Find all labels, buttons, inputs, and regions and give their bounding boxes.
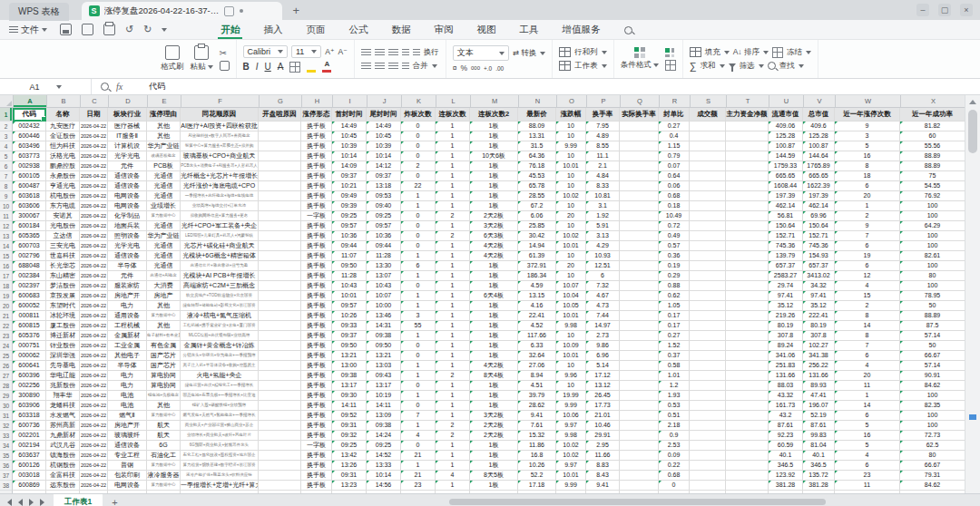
cell-K34[interactable]: 0	[401, 441, 436, 451]
cell-S17[interactable]	[690, 271, 726, 281]
cell-U6[interactable]: 1759.33	[769, 161, 803, 171]
cell-U27[interactable]: 131.66	[769, 371, 803, 381]
cell-H30[interactable]: 换手板	[301, 401, 332, 411]
cell-C25[interactable]: 2026-04-22	[80, 351, 108, 361]
cell-X37[interactable]: 79.31	[900, 471, 965, 481]
cell-K11[interactable]: 0	[401, 211, 436, 221]
horizontal-scroll-thumb[interactable]	[449, 499, 826, 505]
cell-J24[interactable]: 09:50	[367, 341, 401, 351]
cell-G10[interactable]	[259, 201, 301, 211]
cell-L10[interactable]: 1	[436, 201, 470, 211]
cell-X20[interactable]: 50	[900, 301, 965, 311]
justify-icon[interactable]	[402, 63, 409, 70]
cell-J36[interactable]: 13:33	[367, 461, 401, 471]
cell-U5[interactable]: 144.59	[769, 151, 803, 161]
wrap-text-button[interactable]: 换行	[424, 47, 439, 58]
cell-I38[interactable]: 13:23	[332, 481, 367, 491]
cell-L26[interactable]: 1	[436, 361, 470, 371]
sort-button[interactable]: A↓ 排序	[733, 47, 760, 58]
cell-B25[interactable]: 深圳华强	[46, 351, 80, 361]
cell-A37[interactable]: 003018	[13, 471, 46, 481]
cell-F11[interactable]: 拟收购网络信息+算力服务+更名	[181, 211, 259, 221]
cell-W16[interactable]: 6	[835, 261, 900, 271]
cell-A26[interactable]: 600641	[13, 361, 46, 371]
table-style-button[interactable]	[665, 48, 674, 57]
cell-E20[interactable]: 其他	[147, 301, 181, 311]
cell-I18[interactable]: 10:43	[332, 281, 367, 291]
cell-A30[interactable]: 603906	[13, 401, 46, 411]
strikethrough-button[interactable]: A	[278, 62, 284, 72]
cell-A29[interactable]: 300890	[13, 391, 46, 401]
cell-Q37[interactable]	[620, 471, 659, 481]
cell-F7[interactable]: 光纤概念+光芯片+年报增长	[181, 171, 259, 181]
cell-E31[interactable]: 算力数据中心	[147, 411, 181, 421]
cell-J25[interactable]: 13:21	[367, 351, 401, 361]
cell-N22[interactable]: 4.52	[518, 321, 556, 331]
cell-Q16[interactable]	[620, 261, 659, 271]
cell-R12[interactable]: 0.72	[659, 221, 690, 231]
cell-D36[interactable]: 普钢	[108, 461, 147, 471]
cell-H4[interactable]: 换手板	[301, 141, 332, 151]
cell-F13[interactable]: LED照明+儿童灯具+机器人+鸿蒙智联	[181, 231, 259, 241]
cell-U33[interactable]: 92.23	[769, 431, 803, 441]
row-header-16[interactable]: 16	[0, 261, 13, 271]
cell-L27[interactable]: 2	[436, 371, 470, 381]
cell-C33[interactable]: 2026-04-22	[80, 431, 108, 441]
cell-W30[interactable]: 14	[835, 401, 900, 411]
col-header-S[interactable]: S	[691, 95, 727, 107]
cell-X25[interactable]: 66.67	[900, 351, 965, 361]
cell-O26[interactable]: 10	[556, 361, 586, 371]
cell-J28[interactable]: 13:17	[367, 381, 401, 391]
cell-L28[interactable]: 1	[436, 381, 470, 391]
cell-N31[interactable]: 9.41	[518, 411, 556, 421]
cell-D15[interactable]: 通信设备	[108, 251, 147, 261]
cell-R28[interactable]: 1.2	[659, 381, 690, 391]
cell-W22[interactable]: 14	[835, 321, 900, 331]
cell-X16[interactable]: 100	[900, 261, 965, 271]
cell-W7[interactable]: 18	[835, 171, 900, 181]
cell-C9[interactable]: 2026-04-22	[80, 191, 108, 201]
cell-O28[interactable]: 10	[556, 381, 586, 391]
cell-K1[interactable]: 炸板次数	[401, 108, 436, 122]
cell-B3[interactable]: 金证股份	[46, 131, 80, 141]
cell-V3[interactable]: 125.28	[803, 131, 835, 141]
cell-X5[interactable]: 88.89	[900, 151, 965, 161]
cell-D10[interactable]: 电网设备	[108, 201, 147, 211]
cell-J21[interactable]: 13:46	[367, 311, 401, 321]
cell-L19[interactable]: 1	[436, 291, 470, 301]
row-header-30[interactable]: 30	[0, 401, 13, 411]
cell-Q5[interactable]	[620, 151, 659, 161]
cell-K10[interactable]: 1	[401, 201, 436, 211]
cell-D18[interactable]: 服装家纺	[108, 281, 147, 291]
cell-M3[interactable]: 1板	[470, 131, 518, 141]
cell-H19[interactable]: 换手板	[301, 291, 332, 301]
cell-G11[interactable]	[259, 211, 301, 221]
cell-B36[interactable]: 杭钢股份	[46, 461, 80, 471]
merge-cells-button[interactable]: 合并	[413, 61, 428, 72]
cell-S19[interactable]	[690, 291, 726, 301]
cell-R6[interactable]: 0.07	[659, 161, 690, 171]
cell-E38[interactable]: 算力数据中心	[147, 481, 181, 491]
cell-B35[interactable]: 镇海股份	[46, 451, 80, 461]
cell-V28[interactable]: 89.93	[803, 381, 835, 391]
cell-V22[interactable]: 80.19	[803, 321, 835, 331]
cell-E19[interactable]: 房地产	[147, 291, 181, 301]
cell-X33[interactable]: 72.73	[900, 431, 965, 441]
cell-E21[interactable]: 算力数据中心	[147, 311, 181, 321]
cell-U37[interactable]: 123.92	[769, 471, 803, 481]
cell-I7[interactable]: 09:37	[332, 171, 367, 181]
cell-H35[interactable]: 换手板	[301, 451, 332, 461]
cell-D3[interactable]: IT服务Ⅱ	[108, 131, 147, 141]
cell-E37[interactable]: 液冷服务器	[147, 471, 181, 481]
cell-L37[interactable]: 4	[436, 471, 470, 481]
cell-B17[interactable]: 东山精密	[46, 271, 80, 281]
cell-F38[interactable]: 一季报增长+定增+光纤+算力AI	[181, 481, 259, 491]
align-top-icon[interactable]	[361, 49, 371, 56]
cell-T25[interactable]	[726, 351, 769, 361]
cell-S25[interactable]	[690, 351, 726, 361]
cell-K8[interactable]: 22	[401, 181, 436, 191]
cell-T15[interactable]	[726, 251, 769, 261]
cell-U38[interactable]: 381.28	[769, 481, 803, 491]
cell-G17[interactable]	[259, 271, 301, 281]
cell-K27[interactable]: 1	[401, 371, 436, 381]
